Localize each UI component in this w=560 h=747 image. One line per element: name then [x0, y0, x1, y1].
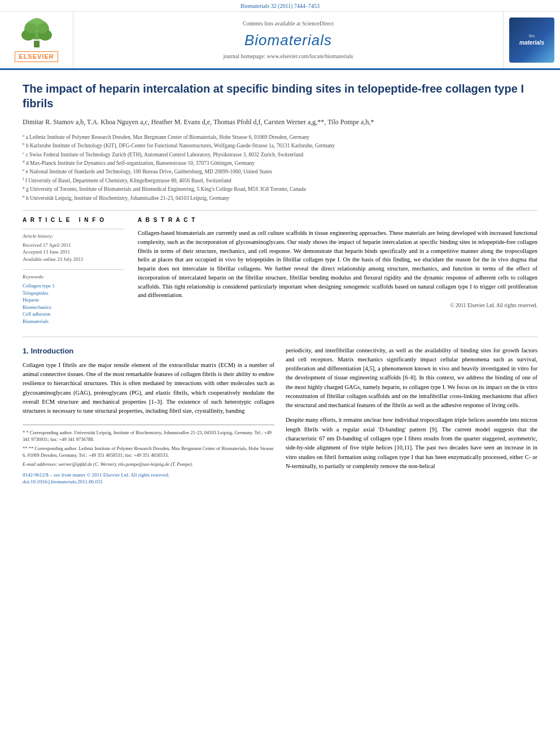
info-abstract-section: A R T I C L E I N F O Article history: R…: [23, 216, 537, 325]
article-info-header: A R T I C L E I N F O: [23, 216, 124, 224]
svg-point-6: [37, 23, 48, 33]
journal-badge-area: Bio materials: [504, 12, 560, 68]
keyword-1: Collagen type 1: [23, 282, 124, 290]
svg-point-5: [25, 23, 37, 33]
badge-main-text: materials: [519, 39, 544, 47]
footnote-1: * * Corresponding author. Universität Le…: [23, 430, 274, 443]
affiliations: a a Leibniz Institute of Polymer Researc…: [23, 133, 537, 202]
keyword-5: Cell adhesion: [23, 311, 124, 318]
history-title: Article history:: [23, 233, 124, 240]
main-left-column: 1. Introduction Collagen type I fibrils …: [23, 346, 274, 486]
journal-title: Biomaterials: [244, 30, 332, 50]
main-content: 1. Introduction Collagen type I fibrils …: [23, 346, 537, 486]
elsevier-wordmark: ELSEVIER: [15, 51, 58, 62]
keyword-3: Heparin: [23, 296, 124, 304]
doi-line: 0142-9612/$ – see front matter © 2011 El…: [23, 471, 274, 486]
journal-citation-bar: Biomaterials 32 (2011) 7444–7453: [0, 0, 560, 12]
svg-rect-0: [34, 41, 40, 47]
keyword-4: Biomechanics: [23, 304, 124, 311]
footnote-2: ** ** Corresponding author. Leibniz Inst…: [23, 445, 274, 459]
publisher-logo-area: ELSEVIER: [0, 12, 73, 68]
keywords-section: Keywords: Collagen type 1 Telopeptides H…: [23, 269, 124, 325]
authors-line: Dimitar R. Stamov a,b, T.A. Khoa Nguyen …: [23, 117, 537, 127]
divider-2: [23, 337, 537, 337]
footnote-email: E-mail addresses: werner@ipfdd.de (C. We…: [23, 461, 274, 468]
keyword-2: Telopeptides: [23, 290, 124, 297]
article-history: Article history: Received 17 April 2011 …: [23, 229, 124, 263]
abstract-header: A B S T R A C T: [138, 216, 537, 224]
intro-paragraph-3: Despite many efforts, it remains unclear…: [286, 416, 537, 471]
keywords-title: Keywords:: [23, 273, 124, 281]
footnotes-section: * * Corresponding author. Universität Le…: [23, 425, 274, 486]
available-date: Available online 23 July 2011: [23, 256, 124, 263]
elsevier-tree-icon: [17, 18, 56, 49]
intro-paragraph-1: Collagen type I fibrils are the major te…: [23, 361, 274, 416]
biomaterials-badge: Bio materials: [509, 18, 554, 63]
article-title: The impact of heparin intercalation at s…: [23, 81, 537, 111]
abstract-text: Collagen-based biomaterials are currentl…: [138, 229, 537, 300]
elsevier-logo: ELSEVIER: [15, 18, 58, 62]
badge-top-text: Bio: [529, 33, 535, 39]
abstract-column: A B S T R A C T Collagen-based biomateri…: [138, 216, 537, 325]
journal-citation-text: Biomaterials 32 (2011) 7444–7453: [240, 3, 320, 9]
accepted-date: Accepted 13 June 2011: [23, 248, 124, 256]
article-body: The impact of heparin intercalation at s…: [0, 70, 560, 497]
article-info-column: A R T I C L E I N F O Article history: R…: [23, 216, 124, 325]
copyright-notice: © 2011 Elsevier Ltd. All rights reserved…: [138, 302, 537, 309]
journal-title-area: Contents lists available at ScienceDirec…: [73, 12, 504, 68]
intro-paragraph-2: periodicity, and interfibrillar connecti…: [286, 346, 537, 410]
intro-section-title: 1. Introduction: [23, 346, 274, 356]
sciencedirect-link[interactable]: Contents lists available at ScienceDirec…: [243, 20, 334, 28]
keyword-6: Biomaterials: [23, 318, 124, 325]
journal-header: ELSEVIER Contents lists available at Sci…: [0, 12, 560, 70]
divider: [23, 210, 537, 211]
journal-homepage: journal homepage: www.elsevier.com/locat…: [224, 53, 353, 60]
main-right-column: periodicity, and interfibrillar connecti…: [286, 346, 537, 486]
received-date: Received 17 April 2011: [23, 242, 124, 249]
